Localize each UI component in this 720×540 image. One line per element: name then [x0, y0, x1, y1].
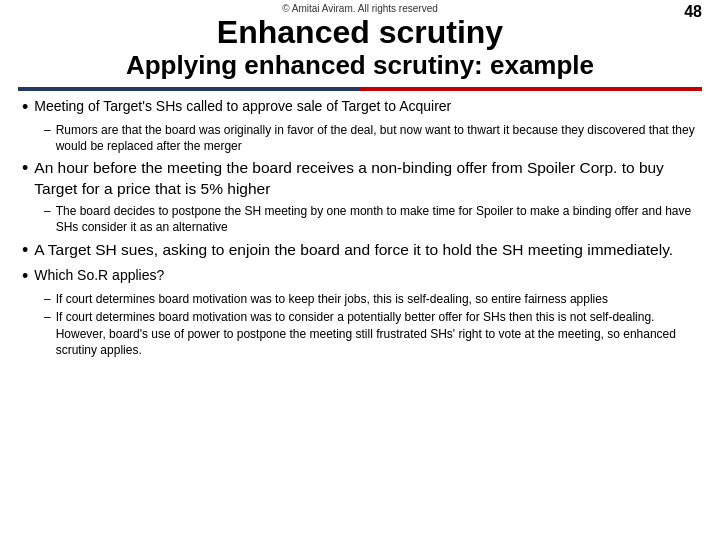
bullet-text-4: Which So.R applies?: [34, 266, 164, 285]
sub-bullet-2-1: – The board decides to postpone the SH m…: [44, 203, 702, 235]
dash-4-1: –: [44, 291, 51, 307]
bullet-section-3: • A Target SH sues, asking to enjoin the…: [22, 240, 702, 262]
title-line1: Enhanced scrutiny: [18, 14, 702, 51]
dash-2-1: –: [44, 203, 51, 219]
bullet-4: • Which So.R applies?: [22, 266, 702, 288]
bullet-section-1: • Meeting of Target's SHs called to appr…: [22, 97, 702, 155]
sub-bullet-4-1: – If court determines board motivation w…: [44, 291, 702, 307]
bullet-dot-4: •: [22, 264, 28, 288]
bullet-dot-2: •: [22, 156, 28, 180]
sub-text-4-2: If court determines board motivation was…: [56, 309, 702, 358]
bullet-text-3: A Target SH sues, asking to enjoin the b…: [34, 240, 673, 261]
bullet-1: • Meeting of Target's SHs called to appr…: [22, 97, 702, 119]
bullet-section-2: • An hour before the meeting the board r…: [22, 158, 702, 235]
bullet-2: • An hour before the meeting the board r…: [22, 158, 702, 200]
slide-page: © Amitai Aviram. All rights reserved 48 …: [0, 0, 720, 540]
dash-4-2: –: [44, 309, 51, 325]
bullet-dot-1: •: [22, 95, 28, 119]
top-bar: © Amitai Aviram. All rights reserved 48: [18, 0, 702, 14]
sub-text-2-1: The board decides to postpone the SH mee…: [56, 203, 702, 235]
divider-bar: [18, 87, 702, 91]
slide-number: 48: [684, 3, 702, 21]
bullet-3: • A Target SH sues, asking to enjoin the…: [22, 240, 702, 262]
sub-text-1-1: Rumors are that the board was originally…: [56, 122, 702, 154]
sub-text-4-1: If court determines board motivation was…: [56, 291, 608, 307]
bullet-dot-3: •: [22, 238, 28, 262]
sub-bullet-1-1: – Rumors are that the board was original…: [44, 122, 702, 154]
title-block: Enhanced scrutiny Applying enhanced scru…: [18, 14, 702, 81]
title-line2: Applying enhanced scrutiny: example: [18, 51, 702, 81]
bullet-text-2: An hour before the meeting the board rec…: [34, 158, 702, 200]
copyright-text: © Amitai Aviram. All rights reserved: [282, 3, 438, 14]
sub-bullet-4-2: – If court determines board motivation w…: [44, 309, 702, 358]
bullet-section-4: • Which So.R applies? – If court determi…: [22, 266, 702, 358]
bullet-text-1: Meeting of Target's SHs called to approv…: [34, 97, 451, 116]
dash-1-1: –: [44, 122, 51, 138]
content-area: • Meeting of Target's SHs called to appr…: [18, 97, 702, 530]
